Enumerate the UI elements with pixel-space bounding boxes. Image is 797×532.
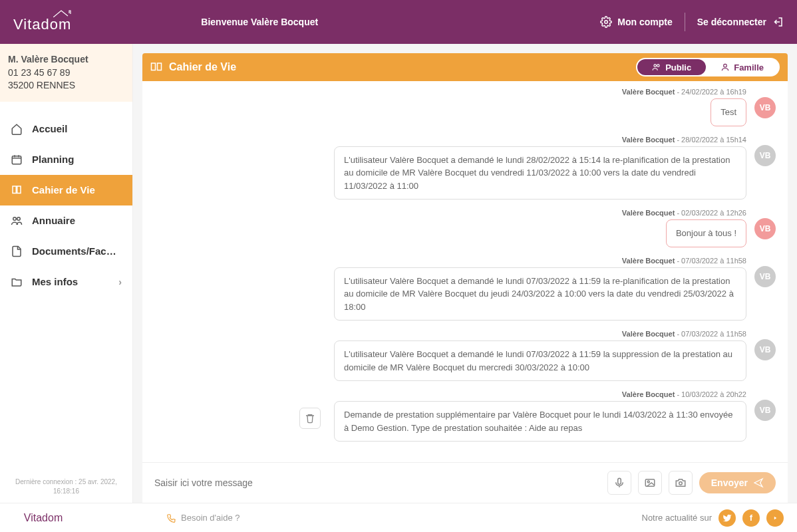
chevron-right-icon: › [118, 277, 122, 287]
twitter-icon[interactable] [718, 509, 736, 527]
nav-mes-infos[interactable]: Mes infos › [0, 267, 132, 297]
mic-button[interactable] [607, 471, 631, 495]
profile-card: M. Valère Bocquet 01 23 45 67 89 35200 R… [0, 44, 132, 102]
nav-annuaire[interactable]: Annuaire [0, 205, 132, 236]
message-bubble: L'utilisateur Valère Bocquet a demandé l… [334, 340, 746, 381]
toggle-public[interactable]: Public [637, 59, 706, 75]
send-label: Envoyer [711, 477, 748, 488]
svg-point-2 [13, 217, 17, 221]
svg-rect-7 [618, 478, 621, 484]
facebook-icon[interactable]: f [742, 509, 760, 527]
panel-header: Cahier de Vie Public Famille [142, 53, 788, 81]
book-open-icon [150, 61, 162, 73]
app-header: Vitadom Bienvenue Valère Bocquet Mon com… [0, 0, 797, 44]
delete-message-button[interactable] [299, 408, 321, 429]
folder-icon [11, 276, 23, 288]
footer-logo: Vitadom [13, 512, 73, 524]
message-bubble: L'utilisateur Valère Bocquet a demandé l… [334, 267, 746, 321]
message-meta: Valère Bocquet - 02/03/2022 à 12h26 [622, 209, 746, 217]
nav-label: Planning [32, 154, 74, 165]
last-connection: Dernière connexion : 25 avr. 2022, 16:18… [0, 471, 132, 503]
toggle-label: Public [665, 63, 691, 72]
message-row: Valère Bocquet - 07/03/2022 à 11h58L'uti… [154, 330, 776, 381]
header-separator [685, 13, 685, 31]
nav-label: Cahier de Vie [32, 184, 95, 196]
send-button[interactable]: Envoyer [699, 472, 776, 493]
image-button[interactable] [638, 471, 662, 495]
people-icon [11, 215, 23, 227]
header-right: Mon compte Se déconnecter [600, 13, 784, 31]
toggle-famille[interactable]: Famille [706, 59, 778, 75]
roof-icon [53, 9, 73, 17]
help-label: Besoin d'aide ? [181, 513, 240, 523]
calendar-icon [11, 154, 23, 166]
logout-link[interactable]: Se déconnecter [697, 16, 784, 28]
message-meta: Valère Bocquet - 07/03/2022 à 11h58 [622, 257, 746, 265]
nav-accueil[interactable]: Accueil [0, 114, 132, 144]
nav: Accueil Planning Cahier de Vie Annuaire … [0, 102, 132, 471]
avatar: VB [754, 266, 776, 287]
visibility-toggle: Public Famille [636, 58, 780, 76]
sidebar: M. Valère Bocquet 01 23 45 67 89 35200 R… [0, 44, 133, 503]
document-icon [11, 245, 23, 257]
message-actions [299, 408, 321, 429]
book-icon [11, 184, 23, 196]
svg-point-10 [679, 482, 683, 485]
nav-label: Documents/Fac… [32, 245, 116, 257]
svg-point-3 [17, 217, 21, 221]
composer: Envoyer [142, 462, 788, 503]
nav-documents[interactable]: Documents/Fac… [0, 236, 132, 267]
message-bubble: L'utilisateur Valère Bocquet a demandé l… [334, 146, 746, 200]
message-content: Valère Bocquet - 07/03/2022 à 11h58L'uti… [334, 257, 746, 321]
nav-planning[interactable]: Planning [0, 144, 132, 175]
svg-point-9 [647, 481, 649, 483]
logo-text: Vitadom [13, 16, 71, 33]
avatar: VB [754, 339, 776, 360]
profile-city: 35200 RENNES [8, 79, 124, 92]
avatar: VB [754, 97, 776, 118]
message-row: Valère Bocquet - 28/02/2022 à 15h14L'uti… [154, 136, 776, 200]
message-row: Valère Bocquet - 10/03/2022 à 20h22Deman… [154, 390, 776, 442]
my-account-link[interactable]: Mon compte [600, 16, 672, 28]
footer: Vitadom Besoin d'aide ? Notre actualité … [0, 503, 797, 532]
nav-cahier-de-vie[interactable]: Cahier de Vie [0, 175, 132, 205]
messages-list[interactable]: Valère Bocquet - 24/02/2022 à 16h19TestV… [142, 81, 788, 462]
home-icon [11, 123, 23, 135]
profile-phone: 01 23 45 67 89 [8, 66, 124, 80]
nav-label: Annuaire [32, 215, 75, 226]
main-panel: Cahier de Vie Public Famille Valère Bocq… [133, 44, 797, 503]
logo: Vitadom [13, 11, 71, 33]
message-row: Valère Bocquet - 24/02/2022 à 16h19TestV… [154, 88, 776, 126]
message-meta: Valère Bocquet - 24/02/2022 à 16h19 [622, 88, 746, 96]
nav-label: Mes infos [32, 276, 78, 287]
logout-label: Se déconnecter [697, 17, 766, 27]
message-content: Valère Bocquet - 24/02/2022 à 16h19Test [622, 88, 746, 126]
panel-title: Cahier de Vie [169, 61, 236, 73]
logout-icon [772, 16, 784, 28]
message-row: Valère Bocquet - 07/03/2022 à 11h58L'uti… [154, 257, 776, 321]
profile-name: M. Valère Bocquet [8, 53, 124, 66]
message-bubble: Bonjour à tous ! [666, 219, 746, 247]
toggle-label: Famille [734, 63, 764, 72]
message-content: Valère Bocquet - 28/02/2022 à 15h14L'uti… [334, 136, 746, 200]
avatar: VB [754, 145, 776, 166]
svg-point-4 [654, 65, 657, 67]
actu-label: Notre actualité sur [642, 513, 713, 523]
message-bubble: Demande de prestation supplémentaire par… [334, 401, 746, 442]
help-link[interactable]: Besoin d'aide ? [166, 513, 240, 523]
message-content: Valère Bocquet - 02/03/2022 à 12h26Bonjo… [622, 209, 746, 247]
camera-button[interactable] [669, 471, 693, 495]
message-input[interactable] [154, 477, 601, 488]
phone-icon [166, 513, 176, 523]
svg-rect-1 [12, 156, 21, 164]
svg-point-0 [605, 21, 608, 24]
message-content: Valère Bocquet - 10/03/2022 à 20h22Deman… [334, 390, 746, 442]
message-row: Valère Bocquet - 02/03/2022 à 12h26Bonjo… [154, 209, 776, 247]
svg-point-5 [657, 65, 660, 67]
nav-label: Accueil [32, 123, 67, 134]
message-bubble: Test [711, 98, 746, 126]
footer-socials: Notre actualité sur f [642, 509, 784, 527]
footer-logo-text: Vitadom [13, 512, 73, 524]
youtube-icon[interactable] [766, 509, 784, 527]
message-meta: Valère Bocquet - 07/03/2022 à 11h58 [622, 330, 746, 338]
